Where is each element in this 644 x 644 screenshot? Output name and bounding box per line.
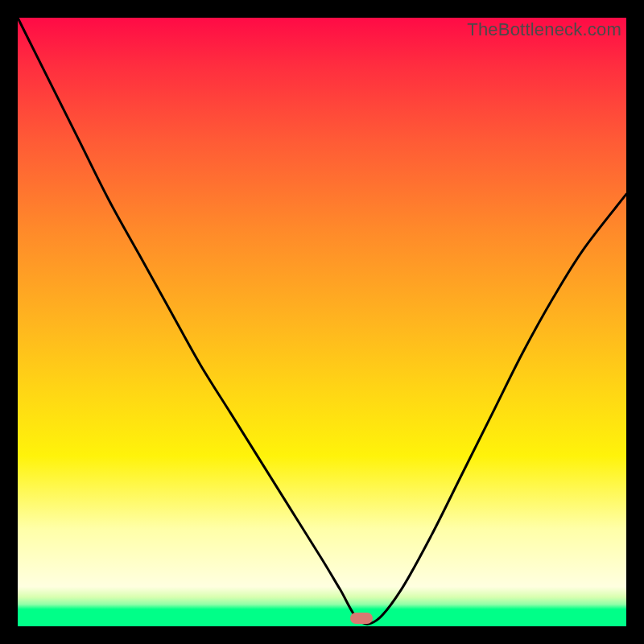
chart-frame: TheBottleneck.com <box>0 0 644 644</box>
curve-path <box>18 18 626 624</box>
optimal-marker <box>350 613 373 624</box>
plot-area: TheBottleneck.com <box>18 18 626 626</box>
bottleneck-curve <box>18 18 626 626</box>
